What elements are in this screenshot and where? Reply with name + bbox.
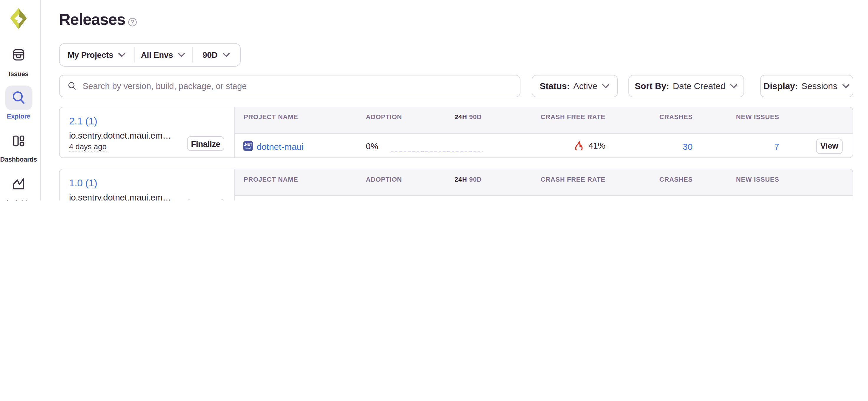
svg-text:MAUI: MAUI: [245, 146, 251, 149]
svg-text:.NET: .NET: [244, 142, 252, 146]
